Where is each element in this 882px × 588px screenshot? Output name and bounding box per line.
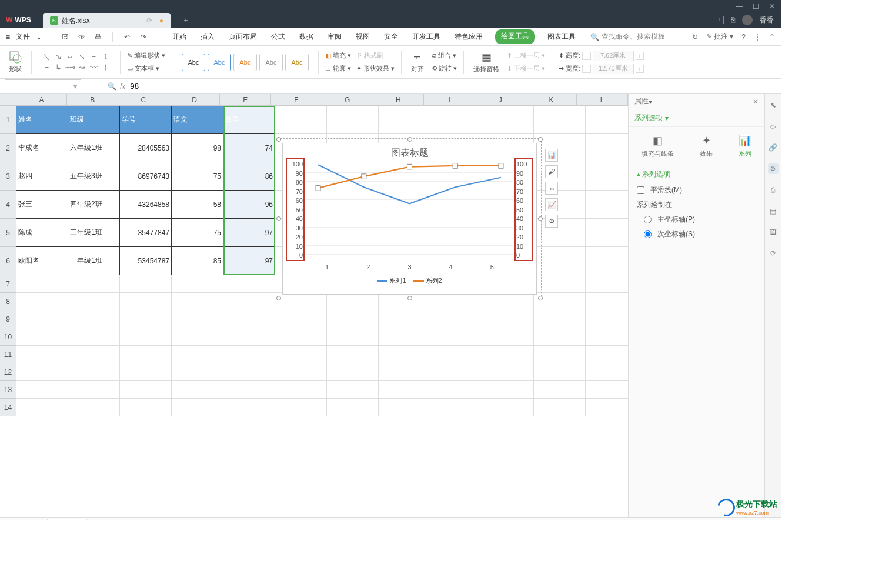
style-preset-4[interactable]: Abc [259,54,283,71]
formula-input[interactable] [130,82,781,91]
refresh-icon[interactable]: ⟳ [768,248,779,259]
collapse-ribbon-icon[interactable]: ⌃ [769,33,775,41]
props-icon-tab-1[interactable]: ✦效果 [700,134,713,158]
minimize-icon[interactable]: — [736,2,743,9]
table-cell[interactable]: 四年级2班 [68,191,120,219]
select-all-corner[interactable] [0,94,16,105]
series-options-section[interactable]: ▴ 系列选项 [637,169,756,179]
style-preset-5[interactable]: Abc [285,54,309,71]
secondary-axis-radio[interactable]: 次坐标轴(S) [637,229,756,239]
menu-item-2[interactable]: 页面布局 [227,29,259,44]
table-header[interactable]: 姓名 [16,106,68,134]
smooth-line-checkbox[interactable]: 平滑线(M) [637,185,756,195]
table-cell[interactable]: 张三 [16,191,68,219]
column-header-F[interactable]: F [271,94,322,105]
line-shapes-grid[interactable]: ＼↘↔⤡⌐⤵ ⌐↳⟿↝〰⌇ [41,52,111,72]
undo-icon[interactable]: ↶ [122,32,132,42]
column-header-I[interactable]: I [424,94,475,105]
image-icon[interactable]: 🖼 [768,227,779,238]
link-tool-icon[interactable]: 🔗 [768,142,779,153]
menu-item-8[interactable]: 开发工具 [410,29,442,44]
table-cell[interactable]: 陈成 [16,219,68,247]
more-icon[interactable]: ⋮ [754,33,761,41]
table-cell[interactable]: 三年级1班 [68,219,120,247]
column-header-A[interactable]: A [16,94,68,105]
grid-icon[interactable]: 1 [716,16,724,24]
sheet-tab-sheet1[interactable]: Sheet1 [47,519,87,520]
command-search[interactable]: 🔍 查找命令、搜索模板 [590,32,665,42]
table-cell[interactable]: 97 [223,247,275,275]
selection-pane-button[interactable]: ▤选择窗格 [470,51,502,74]
close-panel-icon[interactable]: ✕ [753,98,759,106]
gift-icon[interactable]: ⎘ [731,16,735,24]
legend-item[interactable]: 系列2 [413,276,442,285]
chart-plot-area[interactable]: 1009080706050403020100 10090807060504030… [306,163,513,260]
table-cell[interactable]: 98 [172,134,223,162]
table-cell[interactable]: 六年级1班 [68,134,120,162]
table-cell[interactable]: 赵四 [16,162,68,191]
height-input[interactable] [593,51,634,61]
series-options-tab[interactable]: 系列选项▾ [629,109,764,127]
row-header[interactable]: 6 [0,247,16,275]
table-header[interactable]: 数学 [223,106,275,134]
menu-item-9[interactable]: 特色应用 [453,29,485,44]
table-cell[interactable]: 欧阳名 [16,247,68,275]
column-header-E[interactable]: E [220,94,271,105]
row-header[interactable]: 10 [0,328,16,346]
menu-item-3[interactable]: 公式 [269,29,287,44]
style-preset-3[interactable]: Abc [233,54,257,71]
row-header[interactable]: 3 [0,162,16,191]
fx-icon[interactable]: fx [120,82,125,91]
table-header[interactable]: 班级 [68,106,120,134]
props-icon-tab-0[interactable]: ◧填充与线条 [642,134,674,158]
table-header[interactable]: 语文 [172,106,223,134]
column-header-D[interactable]: D [169,94,220,105]
menu-item-0[interactable]: 开始 [171,29,188,44]
row-header[interactable]: 2 [0,134,16,162]
settings-tool-icon[interactable]: ⚙ [768,163,779,174]
column-header-B[interactable]: B [67,94,118,105]
chart-type-button[interactable]: 📈 [545,198,558,211]
column-header-C[interactable]: C [118,94,169,105]
shape-gallery-button[interactable]: 形状 [6,51,25,74]
file-menu[interactable]: 文件 [16,32,30,42]
primary-axis-radio[interactable]: 主坐标轴(P) [637,215,756,225]
row-header[interactable]: 4 [0,191,16,219]
table-cell[interactable]: 35477847 [120,219,172,247]
menu-item-4[interactable]: 数据 [298,29,315,44]
table-cell[interactable]: 43264858 [120,191,172,219]
style-preset-2[interactable]: Abc [208,54,231,71]
redo-icon[interactable]: ↷ [138,32,149,42]
outline-button[interactable]: ☐轮廓 ▾ ✦ 形状效果 ▾ [325,64,395,74]
column-header-K[interactable]: K [526,94,577,105]
table-cell[interactable]: 96 [223,191,275,219]
column-header-L[interactable]: L [577,94,628,105]
menu-item-6[interactable]: 视图 [354,29,372,44]
menu-item-10[interactable]: 绘图工具 [495,29,535,44]
sync-icon[interactable]: ↻ [692,33,698,41]
props-icon-tab-2[interactable]: 📊系列 [739,134,751,158]
chart-filter-button[interactable]: ⟗ [545,182,558,195]
menu-item-1[interactable]: 插入 [199,29,216,44]
menu-item-5[interactable]: 审阅 [326,29,343,44]
row-header[interactable]: 12 [0,363,16,381]
row-header[interactable]: 1 [0,106,16,134]
comment-button[interactable]: ✎ 批注 ▾ [706,32,734,42]
table-header[interactable]: 学号 [120,106,172,134]
table-cell[interactable]: 97 [223,219,275,247]
align-button[interactable]: ⫟对齐 [408,51,427,74]
help-icon[interactable]: ? [741,33,746,41]
file-tab[interactable]: S 姓名.xlsx ⟳ ● [43,13,171,28]
menu-item-11[interactable]: 图表工具 [546,29,577,44]
column-header-G[interactable]: G [322,94,373,105]
table-cell[interactable]: 一年级1班 [68,247,120,275]
chart-styles-button[interactable]: 🖌 [545,165,558,178]
table-cell[interactable]: 74 [223,134,275,162]
row-header[interactable]: 14 [0,399,16,416]
backup-icon[interactable]: ⎙ [768,185,779,195]
row-header[interactable]: 5 [0,219,16,247]
style-preset-1[interactable]: Abc [182,54,205,71]
table-cell[interactable]: 85 [172,247,223,275]
name-box[interactable]: ▾ [5,79,81,93]
rotate-button[interactable]: ⟲旋转 ▾ [432,64,457,74]
